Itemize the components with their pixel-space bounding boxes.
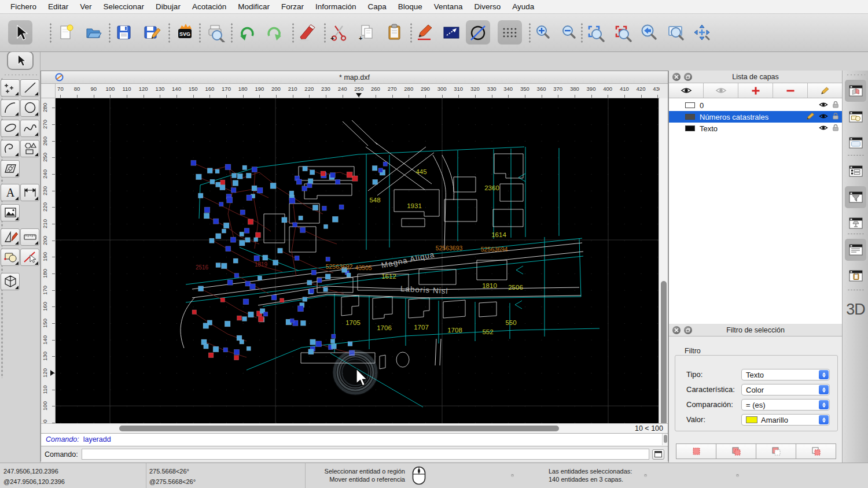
layer-row-numeros-catastrales[interactable]: Números catastrales — [669, 111, 842, 123]
filter-tipo-dropdown[interactable]: Texto — [741, 369, 830, 380]
palette-drag-handle[interactable] — [3, 74, 37, 76]
view-list-toggle-button[interactable] — [845, 132, 866, 154]
text-tool-button[interactable]: A — [1, 184, 20, 201]
select-remove-button[interactable] — [756, 444, 796, 459]
select-add-button[interactable] — [716, 444, 756, 459]
select-replace-button[interactable] — [676, 444, 716, 459]
drawing-canvas[interactable]: 4452360548193116141612170517061707170855… — [56, 98, 660, 423]
layer-edit-icon[interactable] — [806, 112, 815, 122]
command-input[interactable] — [82, 449, 649, 460]
draft-tools-button[interactable] — [1, 228, 20, 246]
selection-filter-toggle-button[interactable] — [845, 186, 866, 208]
menu-item-acotacion[interactable]: Acotación — [186, 0, 232, 14]
menu-item-capa[interactable]: Capa — [362, 0, 392, 14]
arc-tools-button[interactable] — [1, 99, 20, 117]
copy-button[interactable]: + — [354, 20, 378, 45]
detach-panel-icon[interactable] — [684, 326, 692, 334]
layer-visibility-icon[interactable] — [819, 124, 828, 133]
menu-item-dibujar[interactable]: Dibujar — [150, 0, 186, 14]
select-intersect-button[interactable] — [796, 444, 836, 459]
layer-lock-icon[interactable] — [832, 112, 839, 121]
menu-item-ver[interactable]: Ver — [74, 0, 97, 14]
solid-tools-button[interactable] — [1, 273, 20, 290]
filter-caracteristica-dropdown[interactable]: Color — [741, 384, 830, 395]
vertical-scrollbar-thumb[interactable] — [661, 281, 667, 426]
layer-lock-icon[interactable] — [832, 124, 839, 133]
command-options-button[interactable] — [652, 449, 664, 460]
zoom-pan-button[interactable] — [690, 20, 714, 45]
redo-button[interactable] — [262, 20, 286, 45]
vertical-scrollbar[interactable] — [659, 98, 668, 423]
zoom-window-button[interactable] — [664, 20, 688, 45]
zoom-previous-button[interactable] — [637, 20, 661, 45]
layer-row-0[interactable]: 0 — [669, 99, 842, 111]
filter-comparacion-dropdown[interactable]: = (es) — [741, 399, 830, 411]
grid-toggle-button[interactable] — [498, 20, 522, 45]
toolbar-drag-handle[interactable] — [846, 74, 865, 76]
horizontal-scrollbar[interactable]: 10 < 100 — [41, 423, 668, 433]
undo-button[interactable] — [235, 20, 259, 45]
measure-tools-button[interactable] — [20, 228, 39, 246]
block-list-toggle-button[interactable] — [845, 106, 866, 128]
zoom-out-button[interactable] — [557, 20, 581, 45]
add-layer-button[interactable] — [738, 83, 773, 98]
clipboard-panel-toggle-button[interactable] — [845, 265, 866, 287]
shape-tools-button[interactable] — [20, 140, 39, 157]
menu-item-ventana[interactable]: Ventana — [428, 0, 469, 14]
command-line-toggle-button[interactable] — [845, 239, 866, 261]
edit-layer-button[interactable] — [808, 83, 842, 98]
layer-lock-icon[interactable] — [832, 101, 839, 110]
library-browser-toggle-button[interactable] — [845, 212, 866, 234]
layer-row-texto[interactable]: Texto — [669, 123, 842, 134]
hide-all-layers-button[interactable] — [704, 83, 738, 98]
remove-layer-button[interactable] — [773, 83, 808, 98]
restrict-angle-button[interactable] — [466, 20, 490, 45]
zoom-auto-button[interactable] — [583, 20, 607, 45]
layer-visibility-icon[interactable] — [819, 101, 828, 110]
edit-geometry-button[interactable] — [439, 20, 464, 45]
point-tools-button[interactable] — [1, 79, 20, 97]
layer-list-toggle-button[interactable] — [845, 160, 866, 182]
menu-item-forzar[interactable]: Forzar — [275, 0, 310, 14]
menu-item-modificar[interactable]: Modificar — [232, 0, 275, 14]
polyline-tools-button[interactable] — [1, 140, 20, 157]
menu-item-diverso[interactable]: Diverso — [468, 0, 506, 14]
ellipse-tools-button[interactable] — [1, 120, 20, 137]
erase-button[interactable] — [295, 20, 319, 45]
open-file-button[interactable] — [81, 20, 105, 45]
layer-visibility-icon[interactable] — [819, 113, 828, 121]
menu-item-ayuda[interactable]: Ayuda — [506, 0, 540, 14]
menu-item-editar[interactable]: Editar — [42, 0, 74, 14]
paste-button[interactable] — [382, 20, 406, 45]
menu-item-fichero[interactable]: Fichero — [5, 0, 42, 14]
modify-tools-button[interactable] — [1, 249, 20, 266]
snap-tools-button[interactable] — [20, 249, 39, 266]
save-as-button[interactable] — [139, 20, 164, 45]
drawing-window-titlebar[interactable]: * map.dxf — [41, 71, 668, 84]
circle-tools-button[interactable] — [20, 99, 39, 117]
print-preview-button[interactable] — [203, 20, 227, 45]
menu-item-bloque[interactable]: Bloque — [392, 0, 428, 14]
save-file-button[interactable] — [112, 20, 136, 45]
close-panel-icon[interactable] — [672, 73, 681, 81]
property-editor-toggle-button[interactable] — [845, 80, 866, 102]
dimension-tools-button[interactable] — [20, 184, 39, 201]
filter-valor-dropdown[interactable]: Amarillo — [741, 414, 830, 426]
image-tool-button[interactable] — [1, 204, 20, 221]
show-all-layers-button[interactable] — [669, 83, 704, 98]
horizontal-scrollbar-thumb[interactable] — [119, 426, 559, 431]
cad-toolbar-back-button[interactable] — [7, 51, 34, 70]
close-panel-icon[interactable] — [672, 326, 681, 334]
menu-item-informacion[interactable]: Información — [310, 0, 362, 14]
menu-item-seleccionar[interactable]: Seleccionar — [98, 0, 150, 14]
cut-button[interactable]: + — [326, 20, 351, 45]
new-file-button[interactable] — [53, 20, 78, 45]
zoom-selection-button[interactable] — [610, 20, 634, 45]
zoom-in-button[interactable] — [531, 20, 555, 45]
draw-pencil-button[interactable] — [413, 20, 437, 45]
line-tools-button[interactable] — [20, 79, 39, 97]
hatch-tools-button[interactable] — [1, 160, 20, 178]
detach-panel-icon[interactable] — [684, 73, 692, 81]
svg-export-button[interactable]: SVG — [172, 20, 196, 45]
spline-tools-button[interactable] — [20, 120, 39, 137]
